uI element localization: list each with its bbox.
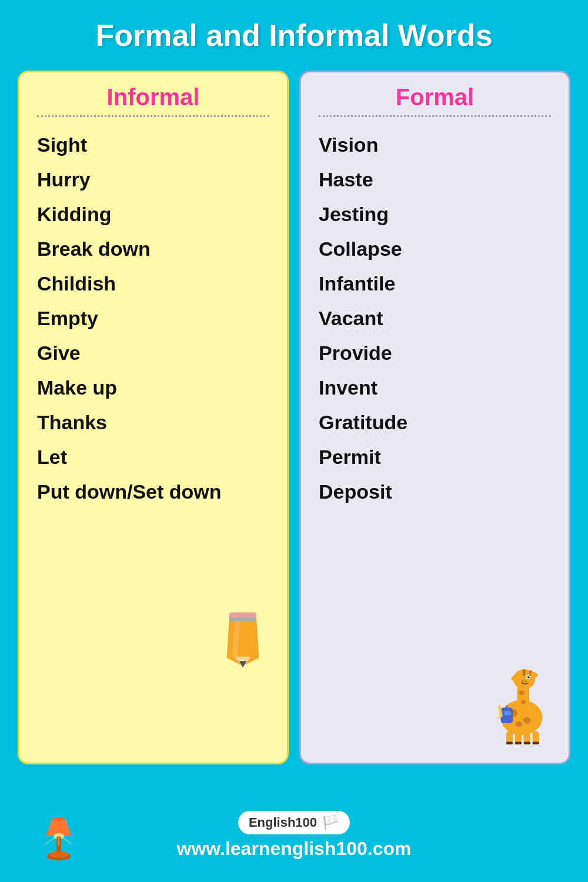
logo-text: English100	[249, 815, 317, 830]
footer-center: English100 🏳️ www.learnenglish100.com	[177, 811, 412, 860]
informal-word-11: Put down/Set down	[37, 475, 269, 509]
footer-logo: English100 🏳️	[238, 811, 350, 834]
divider-informal	[37, 115, 269, 117]
informal-word-4: Break down	[37, 232, 269, 266]
informal-word-5: Childish	[37, 266, 269, 301]
informal-word-8: Make up	[37, 370, 269, 405]
formal-word-3: Jesting	[319, 197, 551, 232]
informal-word-10: Let	[37, 440, 269, 475]
formal-word-6: Vacant	[319, 301, 551, 336]
svg-rect-24	[506, 731, 513, 744]
svg-rect-20	[523, 669, 526, 676]
svg-point-13	[521, 700, 525, 704]
page-title: Formal and Informal Words	[0, 0, 588, 65]
informal-column: Informal Sight Hurry Kidding Break down …	[18, 71, 289, 764]
informal-word-2: Hurry	[37, 162, 269, 197]
formal-word-4: Collapse	[319, 232, 551, 266]
formal-word-1: Vision	[319, 128, 551, 162]
svg-point-12	[519, 691, 524, 695]
svg-rect-29	[515, 741, 522, 744]
formal-word-2: Haste	[319, 162, 551, 197]
main-content: Informal Sight Hurry Kidding Break down …	[18, 71, 570, 764]
formal-word-11: Deposit	[319, 475, 551, 509]
svg-point-9	[523, 717, 531, 723]
footer: English100 🏳️ www.learnenglish100.com	[0, 788, 588, 882]
formal-word-7: Provide	[319, 336, 551, 370]
informal-word-1: Sight	[37, 128, 269, 162]
formal-word-5: Infantile	[319, 266, 551, 301]
pencil-icon	[222, 610, 263, 669]
informal-word-3: Kidding	[37, 197, 269, 232]
formal-word-8: Invent	[319, 370, 551, 405]
formal-header: Formal	[319, 84, 551, 111]
informal-header: Informal	[37, 84, 269, 111]
formal-word-9: Gratitude	[319, 405, 551, 440]
svg-rect-28	[506, 741, 513, 744]
svg-rect-31	[533, 741, 539, 744]
formal-column: Formal Vision Haste Jesting Collapse Inf…	[299, 71, 570, 764]
svg-rect-27	[533, 731, 539, 744]
lamp-decoration	[35, 815, 82, 870]
svg-point-16	[527, 676, 530, 679]
flag-icon: 🏳️	[322, 814, 339, 831]
svg-rect-30	[524, 741, 530, 744]
informal-word-7: Give	[37, 336, 269, 370]
svg-point-17	[529, 676, 530, 677]
lamp-icon	[35, 815, 82, 868]
svg-point-18	[522, 680, 524, 682]
svg-point-10	[516, 721, 522, 727]
giraffe-icon	[486, 663, 557, 745]
footer-url: www.learnenglish100.com	[177, 838, 412, 860]
svg-point-43	[49, 851, 68, 858]
formal-word-10: Permit	[319, 440, 551, 475]
informal-word-9: Thanks	[37, 405, 269, 440]
divider-formal	[319, 115, 551, 117]
informal-word-6: Empty	[37, 301, 269, 336]
svg-rect-6	[229, 617, 256, 621]
svg-rect-5	[229, 613, 256, 618]
svg-point-19	[525, 680, 527, 682]
